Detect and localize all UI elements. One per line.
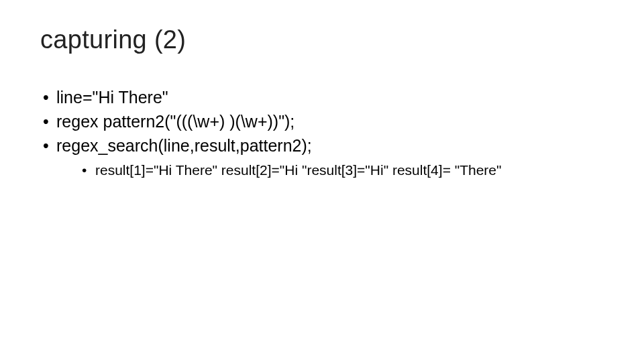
sub-bullet-text: result[1]="Hi There" result[2]="Hi "resu… bbox=[95, 162, 502, 178]
bullet-item-2: regex pattern2("(((\w+) )(\w+))"); bbox=[40, 111, 604, 133]
bullet-text: regex_search(line,result,pattern2); bbox=[56, 136, 312, 155]
bullet-item-3: regex_search(line,result,pattern2); resu… bbox=[40, 135, 604, 180]
sub-bullet-item-1: result[1]="Hi There" result[2]="Hi "resu… bbox=[80, 161, 604, 180]
slide-title: capturing (2) bbox=[40, 25, 604, 54]
bullet-text: line="Hi There" bbox=[56, 88, 168, 107]
bullet-item-1: line="Hi There" bbox=[40, 86, 604, 109]
bullet-text: regex pattern2("(((\w+) )(\w+))"); bbox=[56, 112, 294, 131]
sub-bullet-list: result[1]="Hi There" result[2]="Hi "resu… bbox=[80, 161, 604, 180]
slide: capturing (2) line="Hi There" regex patt… bbox=[0, 0, 644, 362]
bullet-list: line="Hi There" regex pattern2("(((\w+) … bbox=[40, 86, 604, 180]
